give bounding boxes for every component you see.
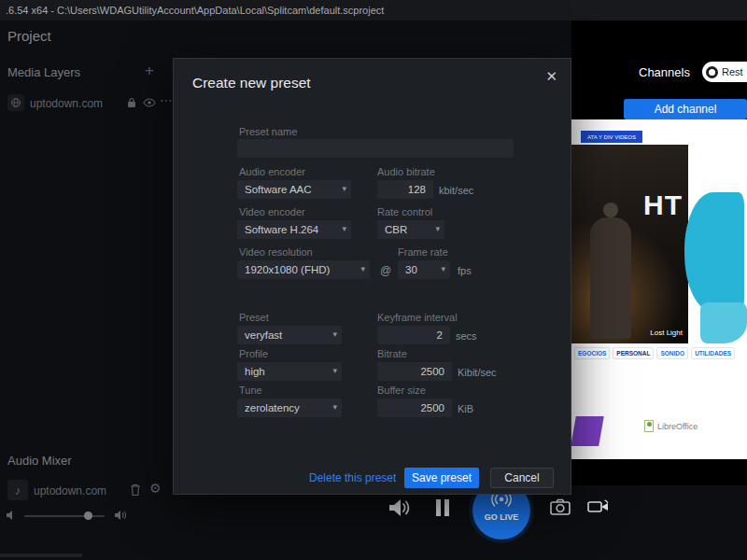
- audio-encoder-label: Audio encoder: [239, 166, 305, 177]
- globe-icon: [10, 97, 21, 108]
- media-layers-title: Media Layers: [7, 65, 80, 79]
- preset-name-input[interactable]: [237, 139, 514, 158]
- bitrate-input[interactable]: 2500: [377, 362, 452, 381]
- video-encoder-label: Video encoder: [239, 206, 305, 217]
- audio-encoder-select[interactable]: Software AAC ▾: [237, 180, 351, 199]
- volume-loud-icon[interactable]: [114, 510, 129, 521]
- restream-label: Rest: [722, 66, 743, 77]
- teal-graphic-2: [700, 302, 747, 343]
- frame-rate-select[interactable]: 30 ▾: [398, 260, 450, 279]
- frame-rate-unit: fps: [458, 265, 472, 276]
- mixer-item-name: uptodown.com: [34, 484, 106, 497]
- music-note-icon: ♪: [15, 483, 21, 497]
- game-title-text: HT: [643, 189, 683, 221]
- webpage-preview: ATA Y DIV VIDEOS HT Lost Light EGOCIOS P…: [571, 119, 747, 459]
- buffer-size-label: Buffer size: [377, 385, 426, 396]
- game-figure-head: [603, 203, 618, 217]
- tune-value: zerolatency: [245, 402, 300, 413]
- buffer-size-input[interactable]: 2500: [377, 399, 452, 417]
- audio-encoder-value: Software AAC: [245, 184, 312, 195]
- profile-label: Profile: [239, 348, 268, 359]
- preset-select[interactable]: veryfast ▾: [237, 326, 342, 344]
- volume-slider-thumb[interactable]: [84, 511, 92, 520]
- mixer-item-icon: ♪: [7, 480, 28, 500]
- pause-bar: [444, 499, 449, 516]
- scrollbar[interactable]: [0, 553, 82, 557]
- visibility-eye-icon[interactable]: [143, 98, 156, 107]
- layer-more-icon[interactable]: ⋯: [160, 92, 173, 107]
- trash-icon[interactable]: [130, 483, 141, 497]
- layer-name: uptodown.com: [30, 97, 103, 110]
- keyframe-interval-input[interactable]: 2: [377, 326, 450, 344]
- rate-control-select[interactable]: CBR ▾: [377, 220, 444, 239]
- at-separator: @: [380, 264, 391, 277]
- volume-slider-track[interactable]: [24, 515, 105, 517]
- audio-bitrate-input[interactable]: 128: [377, 180, 433, 199]
- chevron-down-icon: ▾: [332, 366, 337, 375]
- go-live-label: GO LIVE: [472, 512, 530, 522]
- delete-preset-link[interactable]: Delete this preset: [309, 471, 396, 484]
- video-encoder-select[interactable]: Software H.264 ▾: [237, 220, 351, 239]
- category-chip[interactable]: PERSONAL: [613, 347, 654, 359]
- audio-bitrate-unit: kbit/sec: [439, 185, 473, 196]
- purple-graphic: [571, 416, 604, 446]
- layer-source-icon: [7, 94, 24, 111]
- chevron-down-icon: ▾: [342, 224, 346, 233]
- video-resolution-label: Video resolution: [239, 246, 313, 258]
- volume-mute-icon[interactable]: [6, 510, 19, 521]
- game-figure: [590, 217, 631, 339]
- preset-label: Preset: [239, 312, 269, 323]
- save-preset-button[interactable]: Save preset: [404, 468, 479, 488]
- video-resolution-select[interactable]: 1920x1080 (FHD) ▾: [237, 260, 370, 279]
- add-channel-button[interactable]: Add channel: [624, 99, 747, 119]
- add-layer-button[interactable]: +: [145, 62, 154, 80]
- restream-button[interactable]: Rest: [702, 62, 747, 82]
- category-chips: EGOCIOS PERSONAL SONIDO UTILIDADES: [574, 347, 735, 359]
- snapshot-camera-button[interactable]: [550, 498, 571, 515]
- frame-rate-value: 30: [405, 264, 417, 275]
- cancel-button[interactable]: Cancel: [490, 468, 554, 488]
- libreoffice-label: LibreOffice: [657, 422, 698, 431]
- create-preset-modal: Create new preset ✕ Preset name Audio en…: [173, 58, 571, 495]
- close-icon[interactable]: ✕: [545, 68, 557, 85]
- preset-name-label: Preset name: [239, 126, 297, 137]
- preset-value: veryfast: [245, 329, 282, 341]
- libreoffice-row: LibreOffice: [644, 420, 698, 432]
- chevron-down-icon: ▾: [332, 329, 337, 339]
- profile-select[interactable]: high ▾: [237, 362, 342, 381]
- profile-value: high: [245, 366, 265, 377]
- game-image: HT Lost Light: [571, 145, 688, 343]
- chevron-down-icon: ▾: [360, 264, 365, 273]
- teal-graphic: [684, 192, 744, 312]
- modal-title: Create new preset: [192, 75, 311, 91]
- gear-icon[interactable]: ⚙: [149, 481, 162, 496]
- media-layer-row[interactable]: uptodown.com ⋯: [2, 92, 174, 115]
- keyframe-interval-unit: secs: [456, 330, 477, 342]
- pause-button[interactable]: [436, 499, 450, 516]
- audio-bitrate-label: Audio bitrate: [377, 166, 435, 177]
- category-chip[interactable]: SONIDO: [656, 347, 688, 359]
- audio-mixer-title: Audio Mixer: [7, 454, 72, 468]
- pause-bar: [436, 499, 441, 516]
- record-button[interactable]: [587, 499, 612, 514]
- speaker-button[interactable]: [388, 497, 412, 519]
- chevron-down-icon: ▾: [332, 402, 337, 412]
- category-chip[interactable]: UTILIDADES: [691, 347, 735, 359]
- lock-icon[interactable]: [126, 97, 137, 108]
- channels-title: Channels: [639, 65, 690, 79]
- category-chip[interactable]: EGOCIOS: [574, 347, 610, 359]
- rate-control-label: Rate control: [377, 206, 432, 217]
- video-resolution-value: 1920x1080 (FHD): [245, 264, 330, 275]
- chevron-down-icon: ▾: [342, 184, 346, 193]
- libreoffice-logo: [644, 420, 654, 432]
- tune-label: Tune: [239, 385, 262, 396]
- tune-select[interactable]: zerolatency ▾: [237, 399, 342, 417]
- channels-panel: Channels Rest Add channel ATA Y DIV VIDE…: [571, 21, 747, 485]
- restream-icon: [706, 66, 718, 78]
- project-title: Project: [7, 28, 51, 44]
- app-window: .6.54 x64 - C:\Users\WDAGUtilityAccount\…: [0, 0, 747, 560]
- frame-rate-label: Frame rate: [398, 246, 448, 258]
- chevron-down-icon: ▾: [435, 224, 440, 233]
- game-caption: Lost Light: [650, 329, 683, 337]
- keyframe-interval-label: Keyframe interval: [377, 312, 458, 323]
